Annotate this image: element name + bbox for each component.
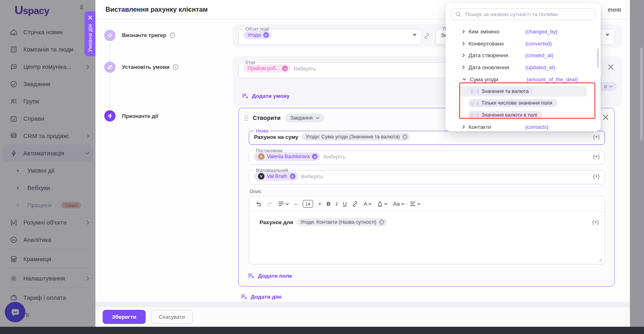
variable-token[interactable]: {amount_of_the_deal} xyxy=(526,76,578,82)
add-condition-button[interactable]: Додати умову xyxy=(242,93,289,99)
font-color-button[interactable]: A xyxy=(363,201,372,207)
step-connector xyxy=(109,43,110,60)
variable-braces-icon: {···} xyxy=(471,89,479,93)
author-chip[interactable]: V Valeriia Bashkirova xyxy=(254,152,320,161)
bottom-dark-strip xyxy=(0,327,644,334)
description-text: Рахунок для xyxy=(260,219,293,225)
event-object-field[interactable]: Об'єкт події Угода xyxy=(238,27,422,45)
author-placeholder: Виберіть xyxy=(323,154,345,160)
search-input[interactable] xyxy=(464,11,591,18)
task-name-text: Рахунок на суму xyxy=(254,134,298,140)
variable-token[interactable]: {contacts} xyxy=(525,124,548,130)
variable-braces-icon: {···} xyxy=(471,113,479,117)
font-size-decrease-button[interactable]: – xyxy=(294,201,297,207)
remove-chip-icon[interactable] xyxy=(263,32,269,38)
insert-variable-button[interactable]: {+} xyxy=(593,154,600,159)
undo-button[interactable] xyxy=(256,201,262,207)
sub-variable-chip[interactable]: {···} Значення та валюта xyxy=(468,87,534,95)
font-size-increase-button[interactable]: + xyxy=(318,201,322,207)
chevron-right-icon[interactable] xyxy=(462,53,465,58)
variable-token[interactable]: {updated_at} xyxy=(525,64,555,70)
responsible-chip[interactable]: V Val Brath xyxy=(254,172,298,181)
stage-chip[interactable]: Прийом роб... xyxy=(244,64,290,72)
responsible-field[interactable]: Відповідальний V Val Brath Виберіть {+} xyxy=(249,168,605,184)
variable-token[interactable]: {converted} xyxy=(525,41,552,47)
resize-handle-icon[interactable] xyxy=(599,258,603,262)
conditional-action-tab[interactable]: Умовна дія xyxy=(85,11,95,56)
variable-token[interactable]: {created_at} xyxy=(525,52,553,58)
action-header: Створити Завдання xyxy=(244,113,324,122)
step-connector xyxy=(109,74,110,109)
info-icon[interactable] xyxy=(173,64,179,70)
avatar: V xyxy=(258,153,264,160)
variable-row-converted[interactable]: Конвертовано {converted} xyxy=(446,38,601,50)
caret-down-icon xyxy=(609,85,613,88)
sub-variable-row-value-currency[interactable]: {···} Значення та валюта xyxy=(446,85,601,97)
italic-button[interactable]: I xyxy=(336,201,338,207)
chevron-right-icon[interactable] xyxy=(462,65,465,70)
typography-button[interactable]: Aa xyxy=(393,201,405,207)
event-object-chip[interactable]: Угода xyxy=(244,31,271,39)
sub-variable-chip[interactable]: {···} Тільки числове значення поля xyxy=(468,99,557,107)
info-icon[interactable] xyxy=(169,32,175,38)
task-name-variable-chip[interactable]: Угоди: Сума угоди (Значення та валюта) xyxy=(301,133,410,141)
sub-variable-row-currency-value[interactable]: {···} Значення валюти в полі xyxy=(446,109,601,121)
drag-handle-icon[interactable] xyxy=(244,115,248,121)
select-caret-icon[interactable] xyxy=(413,34,417,36)
action-card: Створити Завдання Назва Рахунок на суму … xyxy=(238,108,615,287)
variable-row-created-at[interactable]: Дата створення {created_at} xyxy=(446,49,601,62)
select-caret-icon[interactable] xyxy=(605,34,609,36)
highlight-color-button[interactable] xyxy=(377,201,388,207)
chevron-right-icon[interactable] xyxy=(462,125,465,129)
bold-button[interactable]: B xyxy=(326,201,330,207)
dropdown-scrollbar[interactable] xyxy=(597,48,599,68)
description-variable-chip[interactable]: Угоди: Контакти (Назва сутності) xyxy=(296,218,387,226)
save-button[interactable]: Зберегти xyxy=(103,310,146,324)
page-scrollbar[interactable] xyxy=(640,47,643,141)
cancel-button[interactable]: Скасувати xyxy=(151,310,193,324)
list-style-button[interactable] xyxy=(278,201,289,206)
remove-chip-icon[interactable] xyxy=(402,134,408,140)
variables-search[interactable] xyxy=(451,8,595,20)
variable-token[interactable]: {changed_by} xyxy=(525,29,557,35)
author-field[interactable]: Постановник V Valeriia Bashkirova Вибері… xyxy=(249,148,605,165)
insert-variable-button[interactable]: {+} xyxy=(593,173,600,179)
description-editor[interactable]: – 14 + B I U A Aa Рахунок для Угоди: Кон… xyxy=(249,196,605,264)
variable-row-updated-at[interactable]: Дата оновлення {updated_at} xyxy=(446,62,601,74)
partial-header-text: ення xyxy=(608,6,621,13)
align-button[interactable] xyxy=(410,201,421,206)
font-size-value[interactable]: 14 xyxy=(303,200,313,208)
remove-chip-icon[interactable] xyxy=(282,66,288,71)
app-stage: Uspacy Стрічка новин Компанія та люди Це… xyxy=(0,0,644,334)
insert-variable-button[interactable]: {+} xyxy=(592,219,599,225)
sub-variable-row-numeric-value[interactable]: {···} Тільки числове значення поля xyxy=(446,97,601,109)
sub-variable-chip[interactable]: {···} Значення валюти в полі xyxy=(468,111,543,119)
remove-condition-icon[interactable] xyxy=(608,64,614,70)
variable-row-amount-of-deal[interactable]: Сума угоди {amount_of_the_deal} xyxy=(446,73,601,85)
close-icon[interactable] xyxy=(88,15,93,20)
redo-button[interactable] xyxy=(267,201,273,207)
variable-row-changed-by[interactable]: Ким змінено {changed_by} xyxy=(446,26,601,38)
remove-action-icon[interactable] xyxy=(603,114,609,120)
add-field-button[interactable]: Додати поле xyxy=(248,272,292,279)
editor-content[interactable]: Рахунок для Угоди: Контакти (Назва сутно… xyxy=(249,212,605,226)
chevron-down-icon[interactable] xyxy=(462,78,466,81)
avatar: V xyxy=(258,173,264,179)
step3-label: Призначте дії xyxy=(122,113,158,119)
add-action-button[interactable]: Додати дію xyxy=(240,293,281,300)
variable-braces-icon: {···} xyxy=(471,101,479,105)
list-plus-icon xyxy=(248,272,254,279)
chevron-right-icon[interactable] xyxy=(462,41,465,46)
remove-chip-icon[interactable] xyxy=(312,154,318,159)
underline-button[interactable]: U xyxy=(343,201,347,207)
action-type-select[interactable]: Завдання xyxy=(285,113,324,122)
step2-conditions-icon xyxy=(104,62,116,73)
editor-toolbar: – 14 + B I U A Aa xyxy=(249,196,605,212)
remove-chip-icon[interactable] xyxy=(379,219,384,225)
variables-dropdown: Ким змінено {changed_by} Конвертовано {c… xyxy=(446,3,601,131)
remove-chip-icon[interactable] xyxy=(290,173,295,179)
variable-row-contacts[interactable]: Контакти {contacts} xyxy=(446,121,601,133)
chevron-right-icon[interactable] xyxy=(462,29,465,34)
insert-variable-button[interactable]: {+} xyxy=(593,134,600,140)
insert-link-button[interactable] xyxy=(352,201,358,207)
